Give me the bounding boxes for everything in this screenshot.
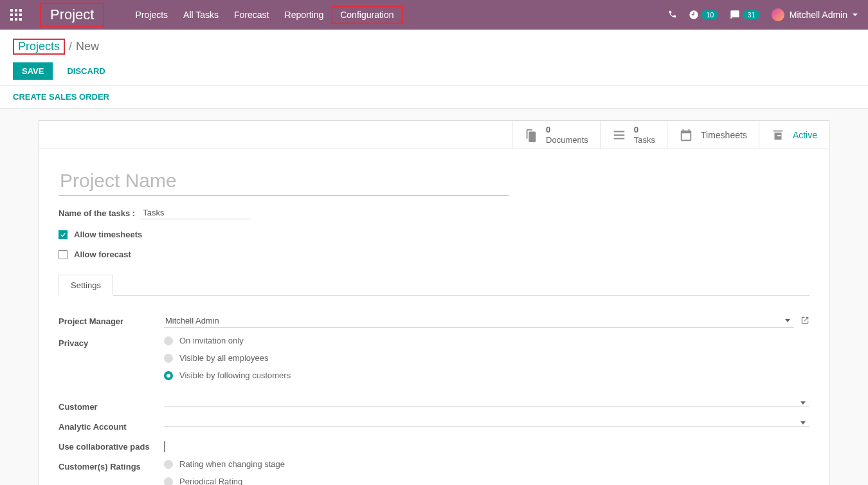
allow-forecast-checkbox[interactable] [59,250,68,259]
documents-icon [524,128,538,142]
ratings-label: Customer(s) Ratings [59,459,164,471]
allow-forecast-label: Allow forecast [74,250,131,259]
chevron-down-icon [785,319,790,322]
external-link-icon[interactable] [800,316,809,327]
stat-timesheets[interactable]: Timesheets [667,121,759,149]
task-name-label: Name of the tasks : [59,208,135,218]
activity-count: 10 [701,10,718,19]
stat-documents[interactable]: 0 Documents [512,121,600,149]
customer-label: Customer [59,399,164,412]
task-name-input[interactable] [140,206,249,219]
analytic-select[interactable] [164,419,809,427]
privacy-option-employees[interactable]: Visible by all employees [164,353,809,363]
radio-icon [164,477,173,486]
tasks-count: 0 [634,125,655,135]
archive-icon [771,128,785,142]
privacy-label: Privacy [59,336,164,348]
brand-title[interactable]: Project [50,6,94,23]
save-button[interactable]: SAVE [13,62,53,80]
allow-timesheets-checkbox[interactable] [59,230,68,239]
radio-icon [164,371,173,380]
nav-projects[interactable]: Projects [127,7,176,23]
collab-label: Use collaborative pads [59,439,164,452]
stat-active[interactable]: Active [759,121,829,149]
collab-checkbox[interactable] [164,441,165,452]
tasks-icon [612,128,626,142]
project-manager-label: Project Manager [59,314,164,326]
privacy-option-customers[interactable]: Visible by following customers [164,371,809,380]
chat-badge[interactable]: 31 [730,10,759,20]
chevron-down-icon [800,401,806,405]
chevron-down-icon [800,421,806,425]
breadcrumb-sep: / [69,40,72,53]
project-manager-select[interactable]: Mitchell Admin [164,314,794,328]
form-sheet: 0 Documents 0 Tasks Timesheets Active [39,120,829,485]
tabs: Settings [59,275,809,296]
documents-count: 0 [546,125,588,135]
user-name: Mitchell Admin [790,10,847,20]
ratings-option-stage[interactable]: Rating when changing stage [164,459,809,469]
user-menu[interactable]: Mitchell Admin [772,8,858,21]
tab-settings[interactable]: Settings [59,275,113,296]
analytic-label: Analytic Account [59,419,164,432]
timesheets-label: Timesheets [701,130,747,140]
secondary-row: CREATE SALES ORDER [0,85,868,109]
breadcrumb-current: New [76,40,99,53]
allow-timesheets-label: Allow timesheets [74,230,142,239]
caret-down-icon [853,14,858,16]
stat-bar: 0 Documents 0 Tasks Timesheets Active [39,121,829,149]
project-manager-value: Mitchell Admin [165,316,785,325]
radio-icon [164,336,173,345]
radio-icon [164,354,173,363]
activity-badge[interactable]: 10 [689,10,718,20]
calendar-icon [679,128,693,142]
tasks-label: Tasks [634,135,655,145]
top-header: Project Projects All Tasks Forecast Repo… [0,0,868,30]
breadcrumb: Projects / New [0,30,868,57]
ratings-option-periodical[interactable]: Periodical Rating [164,477,809,485]
privacy-option-invitation[interactable]: On invitation only [164,336,809,345]
radio-icon [164,460,173,469]
nav-forecast[interactable]: Forecast [226,7,276,23]
create-sales-order-link[interactable]: CREATE SALES ORDER [13,92,109,102]
project-name-input[interactable] [59,166,509,196]
chat-count: 31 [743,10,759,19]
sheet-wrap: 0 Documents 0 Tasks Timesheets Active [0,109,868,485]
avatar [772,8,784,21]
brand-highlight: Project [40,3,104,27]
action-row: SAVE DISCARD [0,57,868,85]
active-label: Active [793,130,817,140]
allow-forecast-row[interactable]: Allow forecast [59,250,809,259]
nav-reporting[interactable]: Reporting [277,7,332,23]
breadcrumb-highlight: Projects [13,39,65,55]
customer-select[interactable] [164,399,809,407]
documents-label: Documents [546,135,588,145]
discard-button[interactable]: DISCARD [60,62,111,80]
nav-all-tasks[interactable]: All Tasks [176,7,226,23]
stat-tasks[interactable]: 0 Tasks [600,121,667,149]
apps-icon[interactable] [10,9,22,21]
breadcrumb-projects[interactable]: Projects [18,40,60,53]
settings-body: Project Manager Mitchell Admin Privacy [59,296,809,485]
form-body: Name of the tasks : Allow timesheets All… [39,149,829,485]
header-right: 10 31 Mitchell Admin [668,8,858,21]
phone-icon[interactable] [668,10,677,21]
allow-timesheets-row[interactable]: Allow timesheets [59,230,809,239]
nav-menu: Projects All Tasks Forecast Reporting Co… [127,6,402,24]
nav-configuration[interactable]: Configuration [331,6,402,24]
